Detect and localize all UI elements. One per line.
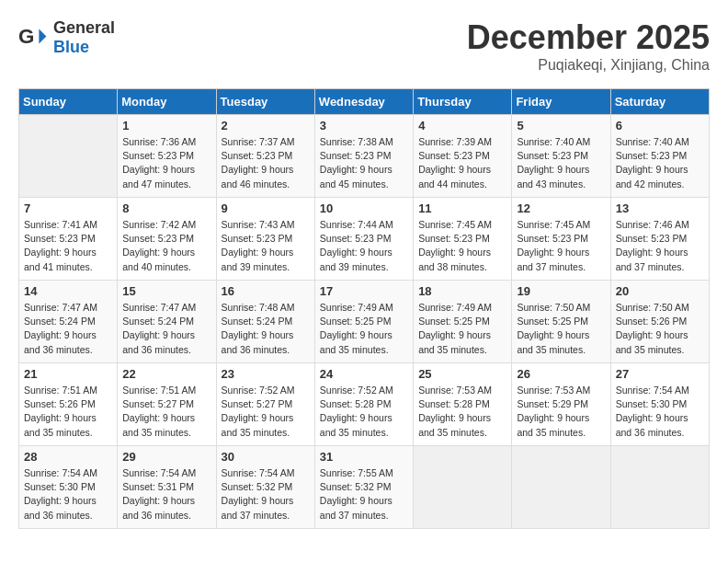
calendar-day-cell: 9Sunrise: 7:43 AM Sunset: 5:23 PM Daylig…	[216, 198, 314, 281]
calendar-day-cell: 22Sunrise: 7:51 AM Sunset: 5:27 PM Dayli…	[118, 363, 216, 446]
calendar-day-cell: 28Sunrise: 7:54 AM Sunset: 5:30 PM Dayli…	[19, 446, 118, 529]
day-number: 7	[24, 201, 112, 215]
day-number: 19	[517, 284, 605, 298]
calendar-day-cell: 10Sunrise: 7:44 AM Sunset: 5:23 PM Dayli…	[314, 198, 413, 281]
day-number: 5	[517, 119, 605, 132]
weekday-header-cell: Sunday	[19, 89, 118, 115]
day-number: 12	[517, 201, 605, 215]
calendar-week-row: 14Sunrise: 7:47 AM Sunset: 5:24 PM Dayli…	[19, 281, 710, 363]
day-number: 23	[222, 367, 310, 381]
day-number: 14	[24, 284, 112, 298]
logo: G General Blue	[18, 18, 115, 57]
calendar-day-cell: 26Sunrise: 7:53 AM Sunset: 5:29 PM Dayli…	[512, 363, 610, 446]
calendar-day-cell: 12Sunrise: 7:45 AM Sunset: 5:23 PM Dayli…	[512, 198, 610, 281]
calendar-day-cell	[19, 115, 118, 198]
calendar-day-cell: 30Sunrise: 7:54 AM Sunset: 5:32 PM Dayli…	[216, 446, 314, 529]
calendar-day-cell: 3Sunrise: 7:38 AM Sunset: 5:23 PM Daylig…	[314, 115, 413, 198]
calendar-day-cell: 14Sunrise: 7:47 AM Sunset: 5:24 PM Dayli…	[19, 281, 118, 363]
calendar-day-cell: 25Sunrise: 7:53 AM Sunset: 5:28 PM Dayli…	[414, 363, 512, 446]
calendar-week-row: 1Sunrise: 7:36 AM Sunset: 5:23 PM Daylig…	[19, 115, 710, 198]
day-number: 30	[222, 450, 310, 464]
day-number: 2	[222, 119, 310, 132]
day-number: 22	[122, 367, 210, 381]
calendar-day-cell: 6Sunrise: 7:40 AM Sunset: 5:23 PM Daylig…	[610, 115, 709, 198]
day-info: Sunrise: 7:52 AM Sunset: 5:28 PM Dayligh…	[320, 384, 408, 440]
calendar-day-cell: 5Sunrise: 7:40 AM Sunset: 5:23 PM Daylig…	[512, 115, 610, 198]
day-info: Sunrise: 7:38 AM Sunset: 5:23 PM Dayligh…	[320, 135, 408, 191]
day-number: 17	[320, 284, 408, 298]
day-number: 9	[222, 201, 310, 215]
calendar-day-cell: 17Sunrise: 7:49 AM Sunset: 5:25 PM Dayli…	[314, 281, 413, 363]
calendar-day-cell: 27Sunrise: 7:54 AM Sunset: 5:30 PM Dayli…	[610, 363, 709, 446]
title-area: December 2025 Puqiakeqi, Xinjiang, China	[467, 18, 710, 74]
day-info: Sunrise: 7:53 AM Sunset: 5:29 PM Dayligh…	[517, 384, 605, 440]
calendar-day-cell: 7Sunrise: 7:41 AM Sunset: 5:23 PM Daylig…	[19, 198, 118, 281]
day-info: Sunrise: 7:53 AM Sunset: 5:28 PM Dayligh…	[418, 384, 506, 440]
day-number: 31	[320, 450, 408, 464]
logo-blue: Blue	[53, 38, 89, 56]
calendar-day-cell: 4Sunrise: 7:39 AM Sunset: 5:23 PM Daylig…	[414, 115, 512, 198]
calendar-day-cell: 29Sunrise: 7:54 AM Sunset: 5:31 PM Dayli…	[118, 446, 216, 529]
calendar-day-cell	[414, 446, 512, 529]
calendar-day-cell: 31Sunrise: 7:55 AM Sunset: 5:32 PM Dayli…	[314, 446, 413, 529]
weekday-header-cell: Saturday	[610, 89, 709, 115]
calendar-day-cell: 18Sunrise: 7:49 AM Sunset: 5:25 PM Dayli…	[414, 281, 512, 363]
calendar-week-row: 28Sunrise: 7:54 AM Sunset: 5:30 PM Dayli…	[19, 446, 710, 529]
day-number: 21	[24, 367, 112, 381]
calendar-day-cell: 16Sunrise: 7:48 AM Sunset: 5:24 PM Dayli…	[216, 281, 314, 363]
day-number: 20	[616, 284, 704, 298]
weekday-header-cell: Tuesday	[216, 89, 314, 115]
weekday-header-cell: Friday	[512, 89, 610, 115]
calendar-day-cell: 23Sunrise: 7:52 AM Sunset: 5:27 PM Dayli…	[216, 363, 314, 446]
day-number: 1	[122, 119, 210, 132]
calendar-week-row: 21Sunrise: 7:51 AM Sunset: 5:26 PM Dayli…	[19, 363, 710, 446]
weekday-header-row: SundayMondayTuesdayWednesdayThursdayFrid…	[19, 89, 710, 115]
calendar-day-cell	[512, 446, 610, 529]
day-info: Sunrise: 7:37 AM Sunset: 5:23 PM Dayligh…	[222, 135, 310, 191]
day-info: Sunrise: 7:54 AM Sunset: 5:30 PM Dayligh…	[616, 384, 704, 440]
day-info: Sunrise: 7:50 AM Sunset: 5:26 PM Dayligh…	[616, 301, 704, 357]
day-info: Sunrise: 7:52 AM Sunset: 5:27 PM Dayligh…	[222, 384, 310, 440]
day-info: Sunrise: 7:47 AM Sunset: 5:24 PM Dayligh…	[122, 301, 210, 357]
day-info: Sunrise: 7:43 AM Sunset: 5:23 PM Dayligh…	[222, 218, 310, 274]
calendar-week-row: 7Sunrise: 7:41 AM Sunset: 5:23 PM Daylig…	[19, 198, 710, 281]
day-info: Sunrise: 7:49 AM Sunset: 5:25 PM Dayligh…	[418, 301, 506, 357]
location-subtitle: Puqiakeqi, Xinjiang, China	[467, 57, 710, 74]
calendar-day-cell: 8Sunrise: 7:42 AM Sunset: 5:23 PM Daylig…	[118, 198, 216, 281]
day-number: 24	[320, 367, 408, 381]
calendar-day-cell	[610, 446, 709, 529]
day-number: 18	[418, 284, 506, 298]
svg-text:G: G	[18, 25, 34, 48]
day-info: Sunrise: 7:45 AM Sunset: 5:23 PM Dayligh…	[517, 218, 605, 274]
calendar-day-cell: 2Sunrise: 7:37 AM Sunset: 5:23 PM Daylig…	[216, 115, 314, 198]
day-info: Sunrise: 7:44 AM Sunset: 5:23 PM Dayligh…	[320, 218, 408, 274]
month-title: December 2025	[467, 18, 710, 57]
day-info: Sunrise: 7:55 AM Sunset: 5:32 PM Dayligh…	[320, 466, 408, 523]
weekday-header-cell: Wednesday	[314, 89, 413, 115]
day-number: 16	[222, 284, 310, 298]
calendar-day-cell: 20Sunrise: 7:50 AM Sunset: 5:26 PM Dayli…	[610, 281, 709, 363]
day-info: Sunrise: 7:51 AM Sunset: 5:27 PM Dayligh…	[122, 384, 210, 440]
day-number: 3	[320, 119, 408, 132]
calendar-day-cell: 19Sunrise: 7:50 AM Sunset: 5:25 PM Dayli…	[512, 281, 610, 363]
day-info: Sunrise: 7:54 AM Sunset: 5:31 PM Dayligh…	[122, 466, 210, 523]
day-info: Sunrise: 7:40 AM Sunset: 5:23 PM Dayligh…	[517, 135, 605, 191]
day-number: 8	[122, 201, 210, 215]
calendar-day-cell: 15Sunrise: 7:47 AM Sunset: 5:24 PM Dayli…	[118, 281, 216, 363]
calendar-day-cell: 11Sunrise: 7:45 AM Sunset: 5:23 PM Dayli…	[414, 198, 512, 281]
day-number: 27	[616, 367, 704, 381]
weekday-header-cell: Thursday	[414, 89, 512, 115]
day-info: Sunrise: 7:36 AM Sunset: 5:23 PM Dayligh…	[122, 135, 210, 191]
weekday-header-cell: Monday	[118, 89, 216, 115]
header: G General Blue December 2025 Puqiakeqi, …	[18, 18, 710, 74]
day-number: 15	[122, 284, 210, 298]
day-info: Sunrise: 7:49 AM Sunset: 5:25 PM Dayligh…	[320, 301, 408, 357]
day-info: Sunrise: 7:40 AM Sunset: 5:23 PM Dayligh…	[616, 135, 704, 191]
day-info: Sunrise: 7:51 AM Sunset: 5:26 PM Dayligh…	[24, 384, 112, 440]
calendar-day-cell: 13Sunrise: 7:46 AM Sunset: 5:23 PM Dayli…	[610, 198, 709, 281]
logo-icon: G	[18, 23, 48, 52]
calendar-body: 1Sunrise: 7:36 AM Sunset: 5:23 PM Daylig…	[19, 115, 710, 529]
calendar-day-cell: 21Sunrise: 7:51 AM Sunset: 5:26 PM Dayli…	[19, 363, 118, 446]
day-number: 6	[616, 119, 704, 132]
logo-general: General	[53, 18, 115, 37]
